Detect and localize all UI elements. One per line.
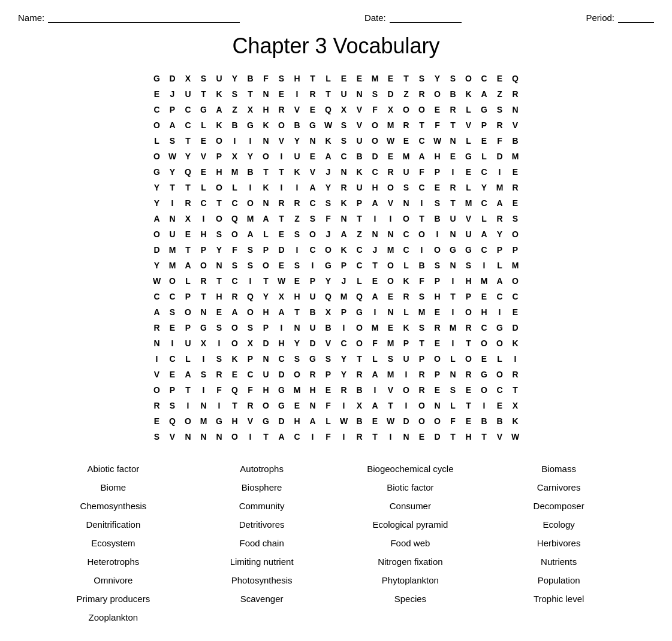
ws-row-14: CCPTHRQYXHUQMQAERSHTPECC <box>149 289 523 304</box>
ws-cell-12-13: C <box>352 258 367 273</box>
ws-cell-9-13: T <box>352 211 367 226</box>
ws-cell-13-21: M <box>477 273 492 289</box>
ws-cell-17-23: K <box>508 335 523 351</box>
name-label: Name: <box>18 13 44 23</box>
ws-cell-23-0: S <box>149 429 165 445</box>
vocab-item-26: Phytoplankton <box>339 573 482 588</box>
ws-cell-11-20: G <box>461 242 477 258</box>
ws-cell-19-11: P <box>321 367 336 382</box>
ws-cell-15-12: P <box>336 304 352 320</box>
ws-cell-16-7: P <box>258 320 274 335</box>
ws-cell-0-15: E <box>383 71 399 86</box>
ws-cell-18-4: S <box>212 351 227 367</box>
ws-cell-3-16: R <box>399 117 414 133</box>
vocab-item-1: Autotrophs <box>191 461 333 476</box>
ws-cell-2-4: A <box>212 102 227 117</box>
ws-cell-3-18: F <box>430 117 445 133</box>
ws-cell-13-15: O <box>383 273 399 289</box>
vocab-item-22: Nitrogen fixation <box>339 554 482 569</box>
ws-cell-7-8: I <box>274 180 290 195</box>
ws-cell-11-17: I <box>414 242 430 258</box>
ws-cell-13-7: T <box>258 273 274 289</box>
ws-cell-5-23: M <box>508 149 523 164</box>
ws-cell-6-11: J <box>321 164 336 180</box>
ws-cell-4-12: S <box>336 133 352 149</box>
vocab-item-14: Ecological pyramid <box>339 517 482 532</box>
ws-cell-3-14: O <box>367 117 383 133</box>
ws-cell-7-7: K <box>258 180 274 195</box>
ws-cell-4-20: L <box>461 133 477 149</box>
ws-cell-20-2: T <box>180 382 196 398</box>
ws-cell-5-18: H <box>430 149 445 164</box>
ws-cell-4-10: N <box>305 133 321 149</box>
ws-cell-13-6: I <box>243 273 258 289</box>
ws-cell-4-0: L <box>149 133 165 149</box>
ws-cell-6-22: I <box>492 164 508 180</box>
ws-cell-14-20: P <box>461 289 477 304</box>
ws-cell-1-11: T <box>321 86 336 102</box>
ws-cell-21-4: I <box>212 398 227 413</box>
ws-cell-12-0: Y <box>149 258 165 273</box>
ws-cell-6-7: T <box>258 164 274 180</box>
ws-cell-18-17: P <box>414 351 430 367</box>
ws-cell-15-7: H <box>258 304 274 320</box>
ws-cell-16-2: P <box>180 320 196 335</box>
ws-cell-12-23: M <box>508 258 523 273</box>
vocab-item-10: Consumer <box>339 498 482 513</box>
ws-cell-0-19: S <box>445 71 461 86</box>
ws-cell-9-14: I <box>367 211 383 226</box>
ws-cell-11-7: P <box>258 242 274 258</box>
ws-cell-18-3: I <box>196 351 212 367</box>
ws-cell-18-10: G <box>305 351 321 367</box>
ws-cell-9-1: N <box>165 211 180 226</box>
ws-cell-0-2: X <box>180 71 196 86</box>
ws-cell-22-9: H <box>290 413 305 429</box>
ws-cell-7-4: O <box>212 180 227 195</box>
ws-cell-0-12: E <box>336 71 352 86</box>
ws-row-4: LSTEOIINVYNKSUOWECWNLEFB <box>149 133 523 149</box>
ws-cell-20-6: F <box>243 382 258 398</box>
ws-cell-22-13: B <box>352 413 367 429</box>
ws-cell-5-15: E <box>383 149 399 164</box>
ws-cell-8-22: A <box>492 195 508 211</box>
ws-cell-4-3: E <box>196 133 212 149</box>
ws-cell-23-7: T <box>258 429 274 445</box>
ws-cell-6-18: P <box>430 164 445 180</box>
ws-cell-21-17: O <box>414 398 430 413</box>
ws-cell-17-4: I <box>212 335 227 351</box>
ws-cell-14-7: Y <box>258 289 274 304</box>
ws-cell-14-3: T <box>196 289 212 304</box>
ws-cell-12-4: N <box>212 258 227 273</box>
ws-cell-23-4: N <box>212 429 227 445</box>
ws-cell-4-15: W <box>383 133 399 149</box>
ws-cell-22-8: D <box>274 413 290 429</box>
ws-cell-0-9: H <box>290 71 305 86</box>
ws-cell-11-23: P <box>508 242 523 258</box>
vocab-item-21: Limiting nutrient <box>191 554 333 569</box>
ws-cell-15-23: E <box>508 304 523 320</box>
ws-cell-19-14: A <box>367 367 383 382</box>
ws-cell-4-7: N <box>258 133 274 149</box>
ws-cell-15-5: A <box>227 304 243 320</box>
ws-cell-22-12: W <box>336 413 352 429</box>
date-label: Date: <box>364 13 386 23</box>
ws-cell-21-15: T <box>383 398 399 413</box>
ws-cell-15-19: I <box>445 304 461 320</box>
ws-cell-8-3: C <box>196 195 212 211</box>
ws-cell-5-0: O <box>149 149 165 164</box>
ws-row-23: SVNNNOITACIFIRTINEDTHTVW <box>149 429 523 445</box>
ws-cell-22-20: E <box>461 413 477 429</box>
ws-cell-3-12: S <box>336 117 352 133</box>
ws-cell-12-2: A <box>180 258 196 273</box>
ws-cell-18-9: S <box>290 351 305 367</box>
ws-cell-5-1: W <box>165 149 180 164</box>
ws-cell-7-14: H <box>367 180 383 195</box>
ws-cell-1-13: N <box>352 86 367 102</box>
ws-cell-6-19: I <box>445 164 461 180</box>
ws-cell-0-4: U <box>212 71 227 86</box>
ws-cell-22-11: L <box>321 413 336 429</box>
ws-cell-12-17: B <box>414 258 430 273</box>
ws-cell-22-0: E <box>149 413 165 429</box>
ws-cell-19-12: Y <box>336 367 352 382</box>
ws-cell-14-17: S <box>414 289 430 304</box>
